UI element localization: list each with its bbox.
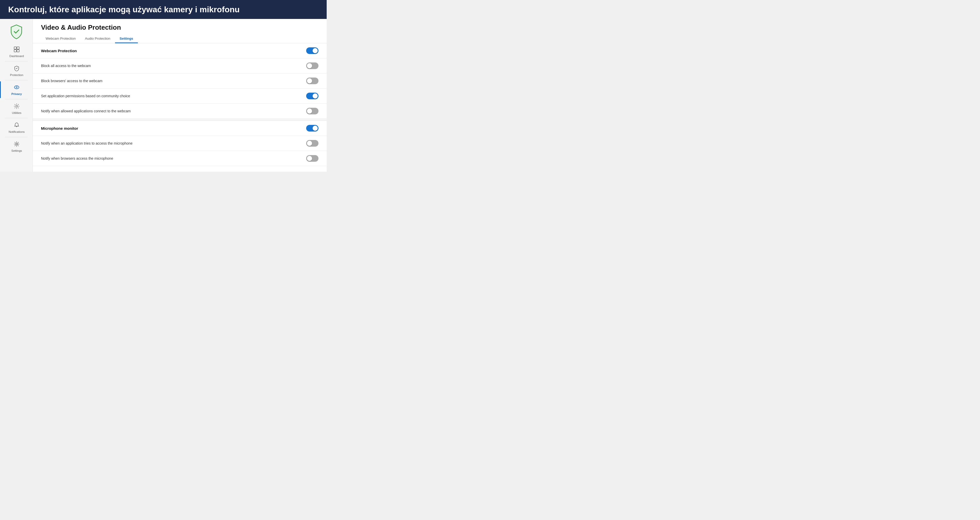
block-browsers-webcam-label: Block browsers' access to the webcam (41, 79, 102, 83)
tab-settings[interactable]: Settings (115, 35, 138, 43)
setting-community-choice: Set application permissions based on com… (33, 89, 327, 104)
webcam-protection-toggle[interactable] (306, 48, 318, 54)
page-header: Video & Audio Protection Webcam Protecti… (33, 19, 327, 43)
setting-microphone-monitor: Microphone monitor (33, 121, 327, 136)
sidebar: Dashboard Protection Priv (0, 19, 33, 172)
block-browsers-webcam-toggle[interactable] (306, 78, 318, 84)
svg-point-8 (16, 143, 18, 145)
section-gap (33, 119, 327, 121)
sidebar-label-protection: Protection (10, 73, 23, 76)
microphone-monitor-toggle[interactable] (306, 125, 318, 132)
sidebar-item-notifications[interactable]: Notifications (0, 119, 33, 136)
svg-rect-2 (14, 50, 16, 52)
notify-webcam-label: Notify when allowed applications connect… (41, 109, 130, 113)
notify-mic-access-label: Notify when an application tries to acce… (41, 141, 132, 145)
tab-webcam-protection[interactable]: Webcam Protection (41, 35, 80, 43)
setting-notify-browsers-mic: Notify when browsers access the micropho… (33, 151, 327, 166)
svg-rect-0 (14, 47, 16, 49)
sidebar-label-utilities: Utilities (12, 111, 21, 114)
svg-point-6 (16, 87, 17, 88)
community-choice-toggle[interactable] (306, 93, 318, 99)
sidebar-item-dashboard[interactable]: Dashboard (0, 43, 33, 60)
promo-banner: Kontroluj, które aplikacje mogą używać k… (0, 0, 327, 19)
sidebar-divider-1 (5, 61, 28, 62)
block-all-webcam-toggle[interactable] (306, 62, 318, 69)
shield-logo-icon (9, 24, 24, 40)
microphone-monitor-label: Microphone monitor (41, 126, 78, 130)
sidebar-label-settings: Settings (11, 149, 22, 152)
svg-rect-1 (17, 47, 19, 49)
sidebar-label-notifications: Notifications (9, 130, 25, 133)
setting-block-all-webcam: Block all access to the webcam (33, 58, 327, 73)
block-all-webcam-label: Block all access to the webcam (41, 64, 91, 68)
settings-icon (14, 141, 19, 148)
sidebar-label-privacy: Privacy (11, 92, 22, 95)
setting-notify-webcam: Notify when allowed applications connect… (33, 104, 327, 119)
notify-browsers-mic-toggle[interactable] (306, 155, 318, 162)
banner-text: Kontroluj, które aplikacje mogą używać k… (8, 5, 240, 14)
utilities-icon (14, 103, 19, 110)
sidebar-divider-5 (5, 137, 28, 137)
dashboard-icon (14, 47, 19, 53)
sidebar-divider-4 (5, 118, 28, 118)
setting-block-browsers-webcam: Block browsers' access to the webcam (33, 73, 327, 89)
sidebar-item-utilities[interactable]: Utilities (0, 100, 33, 117)
page-title: Video & Audio Protection (41, 24, 318, 32)
svg-rect-3 (17, 50, 19, 52)
privacy-icon (14, 84, 19, 91)
sidebar-item-settings[interactable]: Settings (0, 138, 33, 155)
protection-icon (14, 65, 19, 72)
sidebar-item-protection[interactable]: Protection (0, 62, 33, 79)
notifications-icon (14, 122, 19, 129)
logo-area (9, 22, 24, 43)
notify-browsers-mic-label: Notify when browsers access the micropho… (41, 156, 113, 160)
notify-webcam-toggle[interactable] (306, 108, 318, 114)
setting-notify-mic-access: Notify when an application tries to acce… (33, 136, 327, 151)
app-container: Dashboard Protection Priv (0, 19, 327, 172)
tabs-bar: Webcam Protection Audio Protection Setti… (41, 35, 318, 43)
svg-point-7 (16, 105, 18, 107)
notify-mic-access-toggle[interactable] (306, 140, 318, 147)
content-area: Video & Audio Protection Webcam Protecti… (33, 19, 327, 172)
community-choice-label: Set application permissions based on com… (41, 94, 130, 98)
webcam-protection-label: Webcam Protection (41, 49, 77, 53)
sidebar-item-privacy[interactable]: Privacy (0, 81, 33, 98)
sidebar-label-dashboard: Dashboard (10, 54, 24, 57)
settings-content: Webcam Protection Block all access to th… (33, 43, 327, 172)
tab-audio-protection[interactable]: Audio Protection (80, 35, 115, 43)
svg-point-9 (15, 143, 18, 146)
setting-webcam-protection: Webcam Protection (33, 43, 327, 58)
